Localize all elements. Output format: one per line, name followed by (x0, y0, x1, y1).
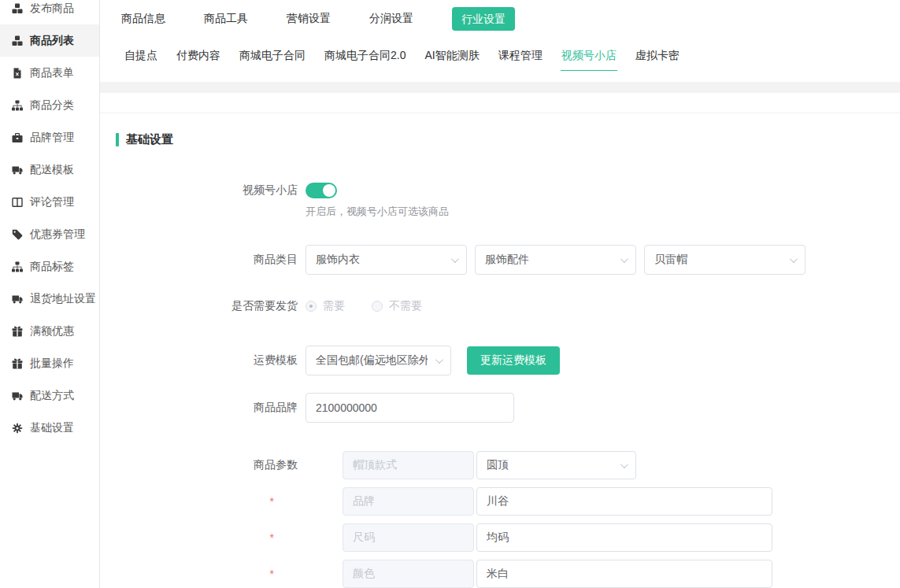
sidebar-item-return-address[interactable]: 退货地址设置 (0, 283, 99, 315)
category-select-level-1[interactable]: 服饰内衣 (306, 245, 467, 275)
sidebar-item-delivery-template[interactable]: 配送模板 (0, 153, 99, 186)
tab-product-tools[interactable]: 商品工具 (204, 12, 248, 26)
category-label: 商品类目 (116, 253, 306, 267)
sidebar-item-label: 商品表单 (30, 66, 74, 80)
tab-paid-content[interactable]: 付费内容 (176, 38, 221, 72)
store-toggle-hint-row: 开启后，视频号小店可选该商品 (116, 205, 884, 219)
tab-self-pickup[interactable]: 自提点 (124, 38, 158, 72)
sitemap-icon (10, 261, 24, 272)
sidebar-item-label: 评论管理 (30, 195, 74, 209)
tab-ai-skin-test[interactable]: AI智能测肤 (424, 38, 480, 72)
category-select-value: 贝雷帽 (654, 253, 687, 267)
param-value-input[interactable] (476, 560, 772, 588)
param-value-input[interactable] (476, 523, 772, 552)
chevron-down-icon (620, 460, 628, 468)
tab-industry-settings[interactable]: 行业设置 (452, 7, 515, 31)
chevron-down-icon (451, 255, 459, 263)
update-freight-template-button[interactable]: 更新运费模板 (467, 346, 560, 375)
sidebar-item-comment-management[interactable]: 评论管理 (0, 186, 99, 218)
secondary-tabs: 自提点付费内容商城电子合同商城电子合同2.0AI智能测肤课程管理视频号小店虚拟卡… (100, 38, 900, 71)
brand-row: 商品品牌 (116, 393, 884, 423)
sidebar-item-label: 满额优惠 (30, 324, 74, 338)
section-title-accent-bar (116, 133, 119, 146)
sidebar-item-label: 配送方式 (30, 389, 74, 403)
param-name-input (343, 451, 474, 479)
sidebar-item-coupon-management[interactable]: 优惠券管理 (0, 218, 99, 250)
section-title-text: 基础设置 (126, 132, 173, 147)
tab-course-management[interactable]: 课程管理 (498, 38, 543, 72)
param-row-1: 商品参数圆顶 (116, 451, 884, 479)
tag-icon (10, 228, 24, 240)
sidebar-item-label: 品牌管理 (30, 131, 74, 145)
required-asterisk: * (270, 568, 274, 580)
cubes-icon (10, 35, 24, 46)
chevron-down-icon (620, 255, 628, 263)
category-select-level-2[interactable]: 服饰配件 (475, 245, 636, 275)
freight-template-select[interactable]: 全国包邮(偏远地区除外) (306, 346, 451, 375)
required-marker-col: * (116, 495, 306, 508)
truck-icon (10, 390, 24, 401)
truck-icon (10, 293, 24, 305)
freight-row: 运费模板 全国包邮(偏远地区除外) 更新运费模板 (116, 346, 884, 375)
category-row: 商品类目 服饰内衣服饰配件贝雷帽 (116, 245, 884, 275)
sitemap-icon (10, 99, 24, 111)
sidebar-item-label: 优惠券管理 (30, 227, 85, 242)
sidebar-item-product-list[interactable]: 商品列表 (0, 24, 99, 57)
file-icon (10, 67, 24, 79)
params-label: 商品参数 (116, 458, 306, 472)
store-toggle-label: 视频号小店 (116, 183, 306, 198)
primary-tabs: 商品信息商品工具营销设置分润设置行业设置 (100, 0, 900, 38)
briefcase-icon (10, 131, 24, 143)
tab-marketing-settings[interactable]: 营销设置 (287, 12, 331, 26)
required-asterisk: * (270, 495, 274, 508)
radio-label: 不需要 (389, 299, 422, 313)
sidebar: 发布商品商品列表商品表单商品分类品牌管理配送模板评论管理优惠券管理商品标签退货地… (0, 0, 100, 588)
param-value-input[interactable] (476, 487, 772, 516)
radio-icon (372, 301, 383, 312)
toggle-knob (323, 184, 335, 197)
shipping-radio-group: 需要 不需要 (306, 299, 422, 313)
tab-e-contract-2[interactable]: 商城电子合同2.0 (324, 38, 406, 72)
store-toggle-switch[interactable] (306, 183, 337, 198)
settings-panel: 基础设置 视频号小店 开启后，视频号小店可选该商品 商品类目 服饰内衣服饰配件贝 (100, 93, 900, 588)
sidebar-item-product-category[interactable]: 商品分类 (0, 89, 99, 121)
sidebar-item-publish-product[interactable]: 发布商品 (0, 0, 99, 24)
gear-icon (10, 422, 24, 434)
sidebar-item-delivery-method[interactable]: 配送方式 (0, 379, 99, 412)
sidebar-item-product-tags[interactable]: 商品标签 (0, 250, 99, 283)
param-name-input (343, 487, 474, 516)
sidebar-item-basic-settings[interactable]: 基础设置 (0, 412, 99, 444)
app-window: 发布商品商品列表商品表单商品分类品牌管理配送模板评论管理优惠券管理商品标签退货地… (0, 0, 900, 588)
columns-icon (10, 196, 24, 208)
param-name-input (343, 560, 474, 588)
param-value-select[interactable]: 圆顶 (476, 451, 636, 479)
shipping-row: 是否需要发货 需要 不需要 (116, 298, 884, 314)
param-row-4: * (116, 560, 884, 588)
tab-product-info[interactable]: 商品信息 (121, 12, 165, 26)
sidebar-item-label: 商品分类 (30, 98, 74, 113)
tab-virtual-card[interactable]: 虚拟卡密 (635, 38, 680, 72)
tab-e-contract[interactable]: 商城电子合同 (239, 38, 306, 72)
sidebar-menu: 发布商品商品列表商品表单商品分类品牌管理配送模板评论管理优惠券管理商品标签退货地… (0, 0, 99, 444)
param-name-input (343, 523, 474, 552)
sidebar-item-label: 批量操作 (30, 357, 74, 371)
radio-option-no-need[interactable]: 不需要 (372, 299, 422, 313)
sidebar-item-product-form[interactable]: 商品表单 (0, 57, 99, 89)
spacer (100, 71, 900, 82)
sidebar-item-label: 商品标签 (30, 260, 74, 274)
brand-label: 商品品牌 (116, 401, 306, 415)
brand-input[interactable] (306, 393, 514, 423)
required-asterisk: * (270, 531, 274, 544)
panel-header-strip (100, 93, 900, 113)
freight-template-value: 全国包邮(偏远地区除外) (316, 353, 428, 368)
store-toggle-row: 视频号小店 (116, 183, 884, 198)
tab-profit-settings[interactable]: 分润设置 (369, 12, 413, 26)
sidebar-item-full-discount[interactable]: 满额优惠 (0, 315, 99, 347)
radio-option-need[interactable]: 需要 (306, 299, 345, 313)
category-select-level-3[interactable]: 贝雷帽 (644, 245, 806, 275)
sidebar-item-batch-operations[interactable]: 批量操作 (0, 347, 99, 379)
sidebar-item-brand-management[interactable]: 品牌管理 (0, 121, 99, 153)
tab-video-channel-shop[interactable]: 视频号小店 (561, 38, 617, 72)
gift-icon (10, 325, 24, 337)
param-row-3: * (116, 523, 884, 552)
